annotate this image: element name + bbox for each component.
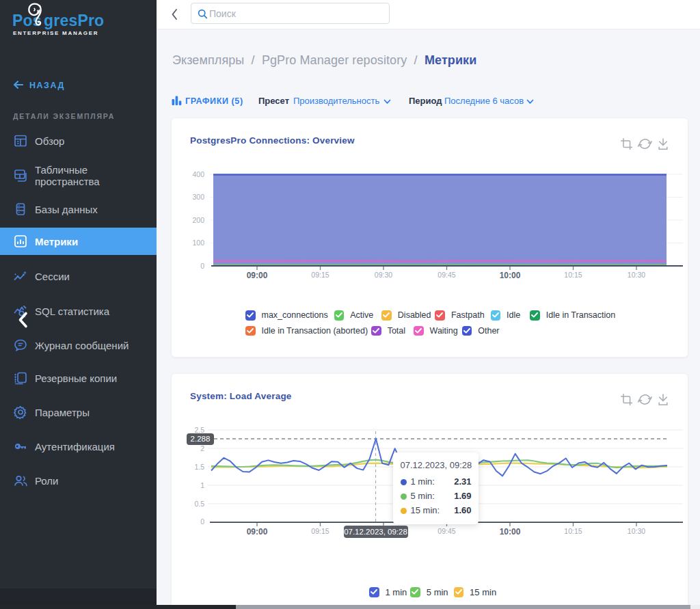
svg-text:10:15: 10:15 [564, 527, 582, 535]
svg-text:1.5: 1.5 [194, 463, 204, 471]
svg-text:09:45: 09:45 [438, 271, 455, 279]
svg-text:0: 0 [200, 262, 204, 270]
svg-text:300: 300 [192, 193, 204, 201]
svg-text:10:00: 10:00 [500, 527, 521, 537]
svg-text:09:45: 09:45 [438, 527, 455, 535]
svg-text:0: 0 [200, 517, 204, 526]
svg-text:2: 2 [200, 444, 204, 452]
svg-text:09:00: 09:00 [247, 527, 268, 537]
svg-text:09:15: 09:15 [311, 271, 329, 279]
svg-text:100: 100 [192, 239, 204, 247]
svg-text:400: 400 [192, 170, 204, 178]
svg-text:1: 1 [200, 481, 204, 489]
svg-text:09:00: 09:00 [247, 271, 268, 280]
svg-text:09:30: 09:30 [375, 271, 392, 279]
svg-text:09:15: 09:15 [311, 527, 329, 535]
svg-text:10:30: 10:30 [628, 271, 645, 279]
svg-text:200: 200 [192, 216, 204, 224]
svg-text:0.5: 0.5 [194, 500, 204, 508]
svg-text:10:30: 10:30 [628, 527, 645, 535]
svg-text:2.5: 2.5 [194, 426, 204, 434]
svg-text:10:15: 10:15 [564, 271, 582, 279]
svg-text:10:00: 10:00 [500, 271, 521, 280]
